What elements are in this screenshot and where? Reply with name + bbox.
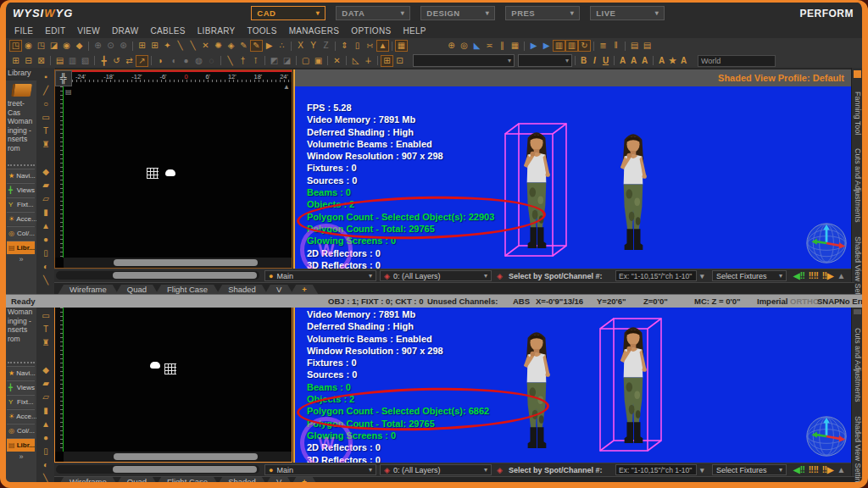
toolbar-icon[interactable]: ∥ <box>496 40 509 52</box>
menu-item[interactable]: VIEW <box>77 26 100 36</box>
view-tab[interactable]: Flight Case <box>155 477 220 487</box>
status-ortho[interactable]: ORTHO <box>790 297 819 306</box>
draw-tool-icon[interactable]: ▰ <box>39 378 53 390</box>
woman-model-selected[interactable] <box>509 127 565 254</box>
channel-input[interactable] <box>615 270 697 281</box>
toolbar-icon[interactable] <box>524 42 525 51</box>
toolbar-icon[interactable] <box>88 42 89 51</box>
draw-tool-icon[interactable]: ▭ <box>39 112 53 124</box>
status-snap[interactable]: SNAP <box>817 297 839 306</box>
toolbar-icon[interactable] <box>132 42 133 51</box>
sidebar-panel-button[interactable]: ╋Views <box>7 380 35 394</box>
world-input[interactable] <box>698 55 776 67</box>
align-button[interactable]: A <box>628 56 639 66</box>
toolbar-icon[interactable]: ⊟ <box>22 55 35 67</box>
toolbar-icon[interactable]: ◎ <box>458 40 470 52</box>
toolbar-icon[interactable]: ⊡ <box>393 55 406 67</box>
draw-tool-icon[interactable]: ● <box>39 432 53 444</box>
mode-tab[interactable]: DATA▾ <box>336 6 410 20</box>
scene-dropdown[interactable]: ●Main▾ <box>264 270 376 281</box>
more-panels-button[interactable]: » <box>6 255 36 263</box>
menu-item[interactable]: FILE <box>14 26 33 36</box>
toolbar-icon[interactable]: ◣ <box>470 40 483 52</box>
draw-tool-icon[interactable]: ▮ <box>39 207 53 219</box>
strip-icon[interactable] <box>854 309 861 314</box>
toolbar-icon[interactable] <box>593 42 594 51</box>
font-family-dropdown[interactable]: ▾ <box>413 54 515 67</box>
toolbar-icon[interactable]: ◌ <box>205 55 218 67</box>
select-fixtures-dropdown[interactable]: Select Fixtures▾ <box>712 464 787 475</box>
draw-tool-icon[interactable]: ▱ <box>39 391 53 403</box>
select-fixtures-dropdown[interactable]: Select Fixtures▾ <box>712 270 787 281</box>
toolbar-icon[interactable] <box>392 42 392 51</box>
wireframe-viewport-bottom[interactable] <box>54 307 292 463</box>
wireframe-viewport-top[interactable]: -24'-18'-12'-6'06'12'18'24' ╬ ▤ ▲ <box>54 69 292 269</box>
toolbar-icon[interactable]: ▤ <box>628 40 641 52</box>
sidebar-panel-button[interactable]: ◎Col/... <box>7 226 35 240</box>
toolbar-icon[interactable]: ◪ <box>47 40 60 52</box>
menu-item[interactable]: DRAW <box>112 26 138 36</box>
h-scrollbar-thumb[interactable] <box>114 259 258 266</box>
fixture-step-icon[interactable]: ▲ <box>837 465 846 474</box>
draw-tool-icon[interactable]: ▰ <box>39 180 53 191</box>
fixture-step-icon[interactable]: ‼‼ <box>809 465 819 474</box>
orientation-compass[interactable] <box>805 222 848 264</box>
toolbar-icon[interactable]: ↻ <box>578 40 591 52</box>
toolbar-icon[interactable]: ✺ <box>212 40 225 52</box>
text-option-button[interactable]: A <box>678 56 689 66</box>
library-thumbnail[interactable] <box>10 84 31 97</box>
toolbar-icon[interactable]: ◺ <box>349 55 362 67</box>
toolbar-icon[interactable]: ◳ <box>9 40 22 52</box>
toolbar-icon[interactable]: ╋ <box>97 55 110 67</box>
layers-mini-icon[interactable]: ▤ <box>65 88 72 96</box>
library-item-label[interactable]: Woman inging - nserts rom <box>6 307 36 343</box>
toolbar-icon[interactable]: ▶ <box>263 40 275 52</box>
draw-tool-icon[interactable]: T <box>39 125 53 137</box>
toolbar-icon[interactable]: ▢ <box>299 55 312 67</box>
toolbar-icon[interactable]: ⊞ <box>136 40 148 52</box>
draw-tool-icon[interactable]: ◐ <box>39 459 53 471</box>
menu-item[interactable]: TOOLS <box>247 26 276 36</box>
toolbar-icon[interactable]: ⊕ <box>92 40 104 52</box>
fixture-step-icon[interactable]: ‼‼ <box>809 271 819 280</box>
draw-tool-icon[interactable]: ♜ <box>39 139 53 151</box>
toolbar-icon[interactable] <box>94 56 95 65</box>
shaded-viewport-bottom[interactable]: Video Memory : 7891 MbDeferred Shading :… <box>293 307 851 463</box>
toolbar-icon[interactable]: † <box>236 55 249 67</box>
more-panels-button[interactable]: » <box>6 452 36 461</box>
fixture-step-icon[interactable]: ‼▶ <box>822 465 834 474</box>
toolbar-icon[interactable]: ✦ <box>161 40 174 52</box>
toolbar-icon[interactable]: ✎ <box>237 40 250 52</box>
toolbar-icon[interactable]: ⇄ <box>123 55 136 67</box>
view-tab[interactable]: Quad <box>115 477 159 487</box>
h-scrollbar-thumb[interactable] <box>114 453 258 460</box>
toolbar-icon[interactable]: ◈ <box>225 40 237 52</box>
object-top-view-grid[interactable] <box>164 363 176 374</box>
cuts-adjustments-tab[interactable]: Cuts and Adjustments <box>854 328 862 402</box>
text-option-button[interactable]: ★ <box>667 56 678 66</box>
draw-tool-icon[interactable]: T <box>39 324 53 336</box>
draw-tool-icon[interactable]: ▱ <box>39 193 53 205</box>
menu-item[interactable]: MANAGERS <box>289 26 340 36</box>
toolbar-icon[interactable]: Y <box>307 40 320 52</box>
toolbar-icon[interactable]: X <box>294 40 307 52</box>
draw-tool-icon[interactable]: ◆ <box>39 364 53 376</box>
toolbar-icon[interactable]: ● <box>180 55 192 67</box>
object-top-view-blob[interactable] <box>150 362 160 369</box>
draw-tool-icon[interactable]: ╲ <box>39 473 53 485</box>
woman-model[interactable] <box>605 129 661 256</box>
woman-model-selected[interactable] <box>605 322 661 449</box>
cuts-adjustments-tab[interactable]: Cuts and Adjustments <box>854 148 862 223</box>
align-button[interactable]: A <box>617 56 628 66</box>
mode-tab[interactable]: CAD▾ <box>251 6 326 20</box>
fanning-tool-tab[interactable]: Fanning Tool <box>854 92 862 135</box>
bold-button[interactable]: B <box>578 56 589 66</box>
fixture-step-icon[interactable]: ◀‼ <box>793 465 805 474</box>
toolbar-icon[interactable] <box>335 42 336 51</box>
toolbar-icon[interactable]: ◳ <box>35 40 47 52</box>
menu-item[interactable]: EDIT <box>45 26 65 36</box>
toolbar-icon[interactable]: ⊺ <box>249 55 262 67</box>
font-size-dropdown[interactable]: ▾ <box>518 54 572 67</box>
chevron-down-icon[interactable]: ▾ <box>700 466 704 474</box>
underline-button[interactable]: U <box>600 56 611 66</box>
